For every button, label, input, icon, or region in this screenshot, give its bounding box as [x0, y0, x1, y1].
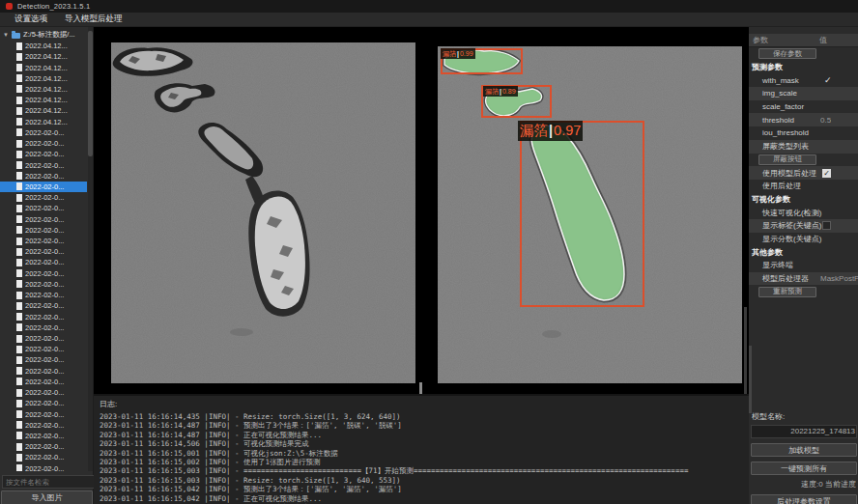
predict-all-button[interactable]: 一键预测所有: [751, 462, 857, 475]
file-icon: [16, 259, 22, 266]
tree-item-label: 2022-02-0...: [25, 128, 64, 137]
search-input[interactable]: [2, 475, 95, 489]
tree-item[interactable]: 2022-02-0...: [0, 354, 87, 365]
tree-item[interactable]: 2022-02-0...: [0, 236, 87, 246]
tree-item[interactable]: 2022-02-0...: [0, 311, 87, 322]
tree-item[interactable]: 2022-02-0...: [0, 246, 87, 257]
tree-item-label: 2022.04.12...: [25, 96, 68, 104]
tree-item[interactable]: 2022.04.12...: [0, 95, 87, 105]
tree-item[interactable]: 2022-02-0...: [0, 398, 87, 408]
tree-item[interactable]: 2022-02-0...: [0, 159, 87, 170]
checkbox[interactable]: [822, 221, 831, 230]
menu-item-settings[interactable]: 设置选项: [6, 14, 56, 25]
canvas-scrollbar-thumb[interactable]: [744, 307, 747, 394]
tree-item[interactable]: 2022-02-0...: [0, 149, 87, 159]
tree-item[interactable]: 2022-02-0...: [0, 279, 87, 290]
param-label: with_mask: [749, 76, 799, 85]
log-line: 2023-01-11 16:16:14,487 |INFO| - 预测出了3个结…: [100, 421, 749, 430]
tree-item-label: 2022-02-0...: [25, 442, 64, 451]
tree-item[interactable]: 2022-02-0...: [0, 127, 87, 138]
param-row: iou_threshold: [749, 126, 858, 140]
sidebar-scrollbar-thumb[interactable]: [88, 31, 93, 156]
tree-item[interactable]: 2022-02-0...: [0, 268, 87, 279]
tree-item[interactable]: 2022-02-0...: [0, 387, 87, 398]
tree-item[interactable]: 2022-02-0...: [0, 452, 87, 462]
tree-item[interactable]: 2022.04.12...: [0, 117, 87, 127]
param-button[interactable]: 重新预测: [758, 287, 816, 297]
detection-label: 漏箔|0.89: [483, 86, 518, 97]
tree-item[interactable]: 2022-02-0...: [0, 192, 87, 203]
tree-item[interactable]: 2022-02-0...: [0, 322, 87, 333]
checkmark-icon[interactable]: ✓: [824, 75, 832, 85]
app-logo-icon: [6, 3, 13, 10]
tree-root-folder[interactable]: ▼ Z:/5-标注数据/...: [0, 29, 87, 41]
tree-item[interactable]: 2022-02-0...: [0, 441, 87, 452]
tree-item[interactable]: 2022-02-0...: [0, 257, 87, 267]
param-button[interactable]: 屏蔽按钮: [758, 154, 816, 165]
tree-item[interactable]: 2022.04.12...: [0, 41, 87, 51]
tree-item[interactable]: 2022-02-0...: [0, 344, 87, 354]
tree-item[interactable]: 2022-02-0...: [0, 463, 87, 471]
file-icon: [16, 118, 22, 126]
tree-item[interactable]: 2022-02-0...: [0, 138, 87, 149]
log-line: 2023-01-11 16:16:15,042 |INFO| - 正在可视化预测…: [100, 494, 749, 503]
params-scrollbar-thumb[interactable]: [749, 346, 752, 413]
model-name-field[interactable]: 20221225_174813: [751, 425, 857, 438]
param-value[interactable]: MaskPostPro: [820, 274, 858, 283]
load-model-button[interactable]: 加载模型: [751, 443, 857, 457]
tree-item-label: 2022-02-0...: [25, 182, 64, 191]
file-icon: [16, 378, 22, 385]
tree-item-label: 2022-02-0...: [25, 432, 64, 440]
param-row: 保存参数: [749, 47, 858, 61]
tree-item[interactable]: 2022.04.12...: [0, 84, 87, 95]
file-icon: [16, 313, 22, 321]
tree-item[interactable]: 2022-02-0...: [0, 171, 87, 182]
param-value[interactable]: 0.5: [820, 116, 831, 125]
params-rows: 保存参数预测参数with_mask✓img_scalescale_factort…: [749, 47, 858, 298]
param-label: threshold: [749, 116, 794, 125]
file-icon: [16, 323, 22, 331]
tree-item[interactable]: 2022-02-0...: [0, 431, 87, 441]
tree-item-label: 2022-02-0...: [25, 464, 64, 471]
param-row: 使用后处理: [749, 180, 858, 193]
tree-item[interactable]: 2022-02-0...: [0, 290, 87, 300]
tree-item[interactable]: 2022.04.12...: [0, 51, 87, 62]
tree-item[interactable]: 2022-02-0...: [0, 182, 87, 192]
tree-item[interactable]: 2022.04.12...: [0, 73, 87, 84]
tree-item[interactable]: 2022-02-0...: [0, 377, 87, 387]
tree-item[interactable]: 2022-02-0...: [0, 225, 87, 236]
checkbox[interactable]: ✓: [822, 169, 831, 178]
log-lines: 2023-01-11 16:16:14,435 |INFO| - Resize:…: [100, 412, 749, 504]
log-line: 2023-01-11 16:16:14,435 |INFO| - Resize:…: [100, 412, 749, 421]
tree-root-label: Z:/5-标注数据/...: [23, 30, 75, 40]
tree-item-label: 2022-02-0...: [25, 323, 64, 332]
splitter-handle[interactable]: [419, 382, 422, 394]
tree-item[interactable]: 2022-02-0...: [0, 420, 87, 431]
tree-item-label: 2022-02-0...: [25, 313, 64, 322]
postprocess-settings-button[interactable]: 后处理参数设置: [751, 494, 857, 504]
tree-item-label: 2022-02-0...: [25, 367, 64, 376]
sidebar-scrollbar[interactable]: [88, 27, 93, 471]
source-image-panel[interactable]: [111, 42, 415, 383]
file-tree: ▼ Z:/5-标注数据/... 2022.04.12...2022.04.12.…: [0, 29, 87, 471]
prediction-image-panel[interactable]: 漏箔|0.99 漏箔|0.89 漏箔|0.97: [438, 46, 742, 383]
tree-item[interactable]: 2022.04.12...: [0, 62, 87, 72]
tree-item[interactable]: 2022-02-0...: [0, 300, 87, 311]
tree-item[interactable]: 2022-02-0...: [0, 333, 87, 344]
tree-item[interactable]: 2022.04.12...: [0, 105, 87, 116]
menu-item-import-model-postprocess[interactable]: 导入模型后处理: [56, 14, 131, 25]
tree-item[interactable]: 2022-02-0...: [0, 203, 87, 213]
tree-item[interactable]: 2022-02-0...: [0, 214, 87, 225]
param-button[interactable]: 保存参数: [758, 48, 816, 59]
tree-item[interactable]: 2022-02-0...: [0, 408, 87, 419]
param-row: 使用模型后处理✓: [749, 166, 858, 180]
tree-item-label: 2022.04.12...: [25, 118, 68, 126]
tree-item-label: 2022-02-0...: [25, 193, 64, 202]
tree-item-label: 2022-02-0...: [25, 421, 64, 430]
tree-item-label: 2022-02-0...: [25, 258, 64, 266]
file-icon: [16, 400, 22, 407]
import-images-button[interactable]: 导入图片: [1, 490, 93, 504]
file-icon: [16, 205, 22, 212]
param-label: iou_threshold: [749, 128, 809, 137]
tree-item[interactable]: 2022-02-0...: [0, 366, 87, 377]
